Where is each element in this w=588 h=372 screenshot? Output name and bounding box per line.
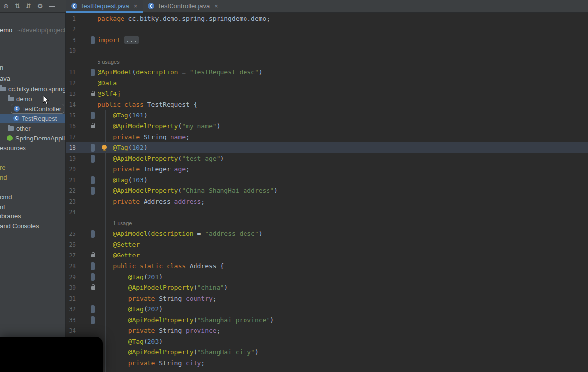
line-number[interactable]: 30 [66,282,76,293]
line-number[interactable]: 11 [66,67,76,78]
tree-item-n[interactable]: n [0,62,3,72]
usages-inlay-label[interactable]: 1 usage [113,220,132,226]
code-line[interactable]: 29 @Tag(201) [66,272,588,282]
line-number[interactable]: 33 [66,315,76,326]
line-number[interactable]: 18 [66,142,76,153]
code-line[interactable]: 13@Slf4j [66,89,588,99]
code-line[interactable]: 25 @ApiModel(description = "address desc… [66,229,588,239]
gutter-marker-icon[interactable] [91,262,95,270]
code-line[interactable]: 26 @Setter [66,239,588,250]
code-line[interactable]: 32 @Tag(202) [66,304,588,315]
line-number[interactable]: 21 [66,175,76,186]
gutter-marker-icon[interactable] [91,36,95,44]
tab-testcontroller-java[interactable]: CTestController.java× [143,0,223,12]
lock-icon[interactable] [91,125,95,128]
tree-item-and-consoles[interactable]: and Consoles [0,221,39,231]
code-line[interactable]: 12@Data [66,78,588,89]
tree-item-nd[interactable]: nd [0,172,7,182]
line-number[interactable]: 22 [66,186,76,196]
lock-icon[interactable] [91,93,95,96]
line-number[interactable]: 1 [66,13,76,24]
settings-icon[interactable]: ⚙ [37,3,43,9]
tree-item-testcontroller[interactable]: CTestController [11,104,64,114]
code-line[interactable]: 2 [66,24,588,35]
line-number[interactable]: 27 [66,250,76,261]
tree-item-nl[interactable]: nl [0,202,5,211]
code-line[interactable]: 17 private String name; [66,132,588,142]
tree-item-ava[interactable]: ava [0,73,10,83]
code-line[interactable]: 1package cc.bitky.demo.spring.springdemo… [66,13,588,24]
code-line[interactable]: 16 @ApiModelProperty("my name") [66,121,588,132]
hide-panel-icon[interactable]: — [49,3,55,9]
line-number[interactable]: 10 [66,46,76,56]
line-number[interactable]: 14 [66,99,76,110]
expand-all-icon[interactable]: ⇅ [15,3,20,9]
code-editor[interactable]: 1package cc.bitky.demo.spring.springdemo… [66,13,588,372]
code-line[interactable]: 11@ApiModel(description = "TestRequest d… [66,67,588,78]
code-line[interactable]: 37 private String city; [66,358,588,369]
tree-item-cc-bitky-demo-spring[interactable]: cc.bitky.demo.spring [0,84,66,93]
line-number[interactable]: 12 [66,78,76,89]
code-line[interactable]: 22 @ApiModelProperty("China ShangHai add… [66,186,588,196]
inlay-row[interactable]: 5 usages [66,56,588,67]
code-line[interactable]: 3import ... [66,35,588,46]
gutter-marker-icon[interactable] [91,187,95,195]
code-line[interactable]: 21 @Tag(103) [66,175,588,186]
structure-icon[interactable]: ⊕ [3,3,9,9]
line-number[interactable]: 26 [66,239,76,250]
tree-item-demo[interactable]: demo [8,94,32,104]
usages-inlay-label[interactable]: 5 usages [98,59,120,65]
code-line[interactable]: 14public class TestRequest { [66,99,588,110]
tree-item-other[interactable]: other [8,123,31,133]
code-line[interactable]: 34 private String province; [66,326,588,336]
gutter-marker-icon[interactable] [91,155,95,163]
line-number[interactable]: 16 [66,121,76,132]
tab-close-icon[interactable]: × [214,2,218,10]
code-line[interactable]: 31 private String country; [66,293,588,304]
tree-item-testrequest[interactable]: CTestRequest [13,114,57,123]
code-line[interactable]: 24 [66,207,588,218]
code-line[interactable]: 15 @Tag(101) [66,110,588,121]
line-number[interactable]: 20 [66,164,76,175]
code-line[interactable]: 35 @Tag(203) [66,336,588,347]
tree-item-emo[interactable]: emo~/develop/project [0,25,66,35]
code-line[interactable]: 33 @ApiModelProperty("Shanghai province"… [66,315,588,326]
tree-item-cmd[interactable]: cmd [0,192,12,202]
gutter-marker-icon[interactable] [91,305,95,313]
code-line[interactable]: 27 @Getter [66,250,588,261]
code-line[interactable]: 10 [66,46,588,56]
gutter-marker-icon[interactable] [91,69,95,76]
code-line[interactable]: 28 public static class Address { [66,261,588,272]
lock-icon[interactable] [91,286,95,290]
code-line[interactable]: 36 @ApiModelProperty("ShangHai city") [66,347,588,358]
gutter-marker-icon[interactable] [91,144,95,152]
tree-item-springdemoappli[interactable]: SpringDemoAppli [7,133,65,143]
gutter-marker-icon[interactable] [91,176,95,184]
line-number[interactable]: 34 [66,326,76,336]
tree-item-ibraries[interactable]: ibraries [0,211,21,221]
line-number[interactable]: 32 [66,304,76,315]
code-line[interactable]: 20 private Integer age; [66,164,588,175]
line-number[interactable]: 13 [66,89,76,99]
line-number[interactable]: 19 [66,153,76,164]
line-number[interactable]: 28 [66,261,76,272]
lock-icon[interactable] [91,254,95,257]
line-number[interactable]: 24 [66,207,76,218]
tab-testrequest-java[interactable]: CTestRequest.java× [66,0,143,12]
line-number[interactable]: 31 [66,293,76,304]
inlay-row[interactable]: 1 usage [66,218,588,229]
gutter-marker-icon[interactable] [91,112,95,119]
line-number[interactable]: 29 [66,272,76,282]
code-line[interactable]: 18 @Tag(102) [66,142,588,153]
code-line[interactable]: 30 @ApiModelProperty("china") [66,282,588,293]
code-line[interactable]: 23 private Address address; [66,196,588,207]
tree-item-esources[interactable]: esources [0,143,26,153]
line-number[interactable]: 15 [66,110,76,121]
line-number[interactable]: 2 [66,24,76,35]
gutter-marker-icon[interactable] [91,273,95,281]
tree-item-re[interactable]: re [0,163,6,172]
tab-close-icon[interactable]: × [134,2,138,10]
line-number[interactable]: 25 [66,229,76,239]
collapse-all-icon[interactable]: ⇵ [26,3,31,9]
gutter-marker-icon[interactable] [91,316,95,324]
